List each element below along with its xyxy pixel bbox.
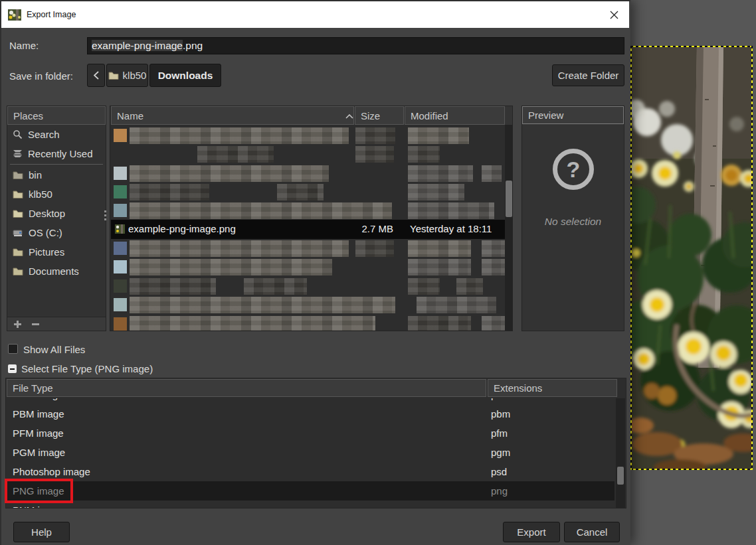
filename-input[interactable]: example-png-image.png — [87, 37, 624, 54]
blurred-file-row[interactable] — [111, 239, 505, 258]
blurred-file-row[interactable] — [111, 201, 505, 220]
places-panel: Places Search Recently Used bin klb50 — [7, 106, 106, 331]
blurred-file-row[interactable] — [111, 315, 505, 331]
file-list-scrollbar[interactable] — [505, 125, 513, 331]
place-item-documents[interactable]: Documents — [7, 262, 106, 281]
create-folder-label: Create Folder — [558, 70, 619, 81]
place-item-label: Search — [28, 129, 60, 140]
column-header-name[interactable]: Name — [111, 106, 354, 125]
blurred-file-row[interactable] — [111, 258, 505, 277]
export-button[interactable]: Export — [503, 522, 560, 542]
path-button-downloads[interactable]: Downloads — [149, 64, 221, 87]
folder-icon — [13, 190, 23, 198]
column-label: Size — [361, 110, 380, 121]
dialog-title: Export Image — [27, 10, 76, 19]
folder-icon — [13, 248, 23, 256]
places-toolbar — [7, 317, 106, 331]
preview-header-label: Preview — [528, 110, 563, 121]
file-type-expander-label[interactable]: Select File Type (PNG image) — [21, 363, 153, 374]
folder-icon — [13, 267, 23, 275]
file-size: 2.7 MB — [343, 223, 393, 234]
layer-boundary-right — [751, 46, 753, 470]
hard-drive-icon — [13, 228, 23, 237]
filename-selected-text: example-png-image — [92, 40, 183, 51]
blurred-file-row[interactable] — [111, 164, 505, 183]
name-label: Name: — [9, 40, 39, 51]
place-item-klb50[interactable]: klb50 — [7, 185, 106, 204]
blurred-file-row[interactable] — [111, 183, 505, 202]
sort-ascending-icon — [345, 114, 353, 119]
create-folder-button[interactable]: Create Folder — [552, 64, 624, 86]
no-selection-text: No selection — [522, 216, 624, 228]
places-separator — [10, 164, 103, 165]
place-item-pictures[interactable]: Pictures — [7, 242, 106, 262]
blurred-file-row[interactable] — [111, 145, 505, 164]
file-type-row-clipped[interactable]: PAM imagepam — [6, 398, 614, 404]
place-item-recently-used[interactable]: Recently Used — [7, 144, 106, 163]
remove-place-icon[interactable] — [32, 321, 39, 328]
blurred-file-row[interactable] — [111, 126, 505, 145]
file-type-scrollbar-thumb[interactable] — [617, 467, 624, 485]
places-header[interactable]: Places — [7, 106, 106, 125]
header-filler — [505, 106, 513, 125]
file-rows-area: example-png-image.png 2.7 MB Yesterday a… — [111, 125, 505, 331]
flower-photo-illustration — [630, 46, 753, 470]
file-type-row-psd[interactable]: Photoshop imagepsd — [6, 462, 614, 481]
file-type-row-png-selected[interactable]: PNG imagepng — [6, 481, 614, 501]
column-header-size[interactable]: Size — [355, 106, 404, 125]
column-label: Name — [117, 110, 143, 121]
path-back-button[interactable] — [87, 64, 105, 87]
place-item-label: Recently Used — [28, 148, 93, 159]
column-label: Modified — [411, 110, 448, 121]
cancel-button[interactable]: Cancel — [564, 522, 620, 542]
layer-boundary-top — [630, 46, 753, 47]
show-all-files-checkbox[interactable] — [8, 344, 18, 354]
column-header-file-type[interactable]: File Type — [7, 379, 486, 397]
path-current-label: Downloads — [158, 70, 213, 82]
export-image-dialog: Export Image Name: example-png-image.png… — [0, 0, 630, 545]
path-button-klb50[interactable]: klb50 — [106, 64, 148, 87]
file-browser-list: Name Size Modified — [110, 106, 513, 331]
place-item-desktop[interactable]: Desktop — [7, 204, 106, 223]
file-list-scrollbar-thumb[interactable] — [506, 181, 512, 217]
file-type-scrollbar[interactable] — [616, 398, 625, 508]
place-item-search[interactable]: Search — [7, 125, 106, 144]
column-header-modified[interactable]: Modified — [405, 106, 505, 125]
layer-boundary-left — [630, 46, 632, 470]
pane-splitter-handle[interactable] — [104, 210, 107, 222]
column-header-extensions[interactable]: Extensions — [488, 379, 617, 397]
gimp-screen: Export Image Name: example-png-image.png… — [0, 0, 756, 545]
close-icon — [609, 10, 619, 20]
place-item-label: bin — [29, 169, 42, 181]
place-item-label: OS (C:) — [29, 227, 62, 238]
add-place-icon[interactable] — [14, 321, 21, 328]
blurred-file-row[interactable] — [111, 295, 505, 315]
save-in-folder-label: Save in folder: — [9, 70, 73, 82]
chevron-left-icon — [94, 71, 99, 80]
selected-file-row[interactable]: example-png-image.png 2.7 MB Yesterday a… — [111, 220, 505, 239]
place-item-label: Desktop — [29, 208, 65, 219]
no-preview-icon: ? — [553, 149, 594, 190]
help-button-label: Help — [31, 526, 52, 538]
show-all-files-label: Show All Files — [23, 344, 85, 355]
file-type-row-pfm[interactable]: PFM imagepfm — [6, 424, 614, 443]
dialog-thumbnail-icon — [8, 9, 21, 21]
place-item-label: Pictures — [29, 246, 64, 258]
preview-panel: Preview ? No selection — [521, 106, 624, 331]
file-type-row-pgm[interactable]: PGM imagepgm — [6, 443, 614, 462]
file-type-expander-collapse-icon[interactable] — [8, 364, 17, 373]
cancel-button-label: Cancel — [577, 526, 608, 538]
export-button-label: Export — [517, 526, 545, 538]
help-button[interactable]: Help — [13, 522, 70, 542]
folder-icon — [108, 71, 119, 80]
file-type-row-pbm[interactable]: PBM imagepbm — [6, 404, 614, 424]
file-modified: Yesterday at 18:11 — [410, 223, 492, 234]
place-item-os-c[interactable]: OS (C:) — [7, 223, 106, 242]
search-icon — [13, 129, 23, 139]
file-type-row-pnm-clipped[interactable]: PNM imagepnm — [6, 501, 614, 508]
blurred-file-row[interactable] — [111, 277, 505, 296]
place-item-bin[interactable]: bin — [7, 165, 106, 185]
dialog-titlebar[interactable]: Export Image — [1, 1, 629, 28]
close-button[interactable] — [605, 7, 622, 23]
column-label: File Type — [13, 382, 53, 394]
